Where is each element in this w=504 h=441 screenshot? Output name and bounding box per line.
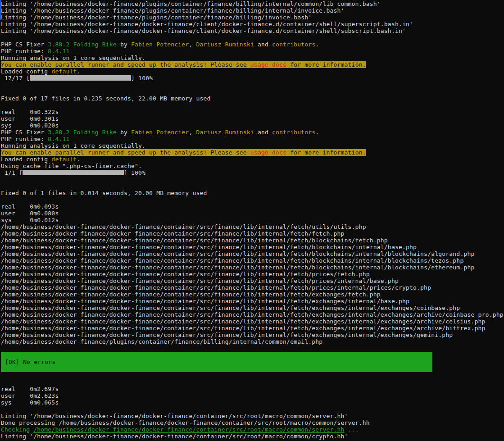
terminal-line: /home/business/docker-finance/docker-fin… bbox=[1, 305, 504, 311]
terminal-line: Running analysis on 1 core sequentially. bbox=[1, 142, 504, 149]
terminal-text-segment: Running analysis on 1 core sequentially. bbox=[1, 55, 145, 61]
terminal-line: user 0m0.301s bbox=[1, 115, 504, 122]
terminal-text-segment: usage docs bbox=[250, 149, 286, 156]
terminal-text-segment: PHP runtime: bbox=[1, 136, 48, 142]
terminal-line: /home/business/docker-finance/docker-fin… bbox=[1, 298, 504, 305]
terminal-blank-line bbox=[1, 406, 504, 413]
terminal-text-segment: . bbox=[315, 129, 319, 136]
terminal-text-segment: /home/business/docker-finance/docker-fin… bbox=[1, 284, 431, 291]
terminal-line: /home/business/docker-finance/docker-fin… bbox=[1, 284, 504, 291]
terminal-line: /home/business/docker-finance/docker-fin… bbox=[1, 230, 504, 237]
terminal-line: /home/business/docker-finance/docker-fin… bbox=[1, 244, 504, 250]
terminal-line: Linting '/home/business/docker-finance/p… bbox=[1, 14, 504, 21]
progress-prefix: 1/1 [ bbox=[1, 169, 23, 176]
terminal-line: Running analysis on 1 core sequentially. bbox=[1, 55, 504, 61]
terminal-text-segment: /home/business/docker-finance/docker-fin… bbox=[1, 291, 381, 298]
ok-banner: [OK] No errors bbox=[1, 352, 432, 372]
terminal-text-segment: 8.4.11 bbox=[48, 48, 69, 55]
terminal-line: /home/business/docker-finance/docker-fin… bbox=[1, 257, 504, 264]
terminal-line: Linting '/home/business/docker-finance/d… bbox=[1, 433, 504, 440]
terminal-text-segment: Linting '/home/business/docker-finance/p… bbox=[1, 0, 381, 7]
terminal-text-segment: Checking bbox=[1, 426, 33, 433]
terminal-text-segment: Dariusz Ruminski bbox=[196, 129, 254, 136]
terminal-text-segment: /home/business/docker-finance/docker-fin… bbox=[1, 332, 453, 338]
terminal-line: /home/business/docker-finance/docker-fin… bbox=[1, 325, 504, 332]
terminal-text-segment: Fixed 0 of 1 files in 0.014 seconds, 20.… bbox=[1, 190, 207, 196]
terminal-text-segment: 3.88.2 Folding Bike bbox=[48, 129, 117, 136]
terminal-text-segment: for more information. bbox=[286, 61, 366, 68]
terminal-line: sys 0m0.065s bbox=[1, 399, 504, 406]
terminal-line: Linting '/home/business/docker-finance/p… bbox=[1, 0, 504, 7]
progress-prefix: 17/17 [ bbox=[1, 75, 30, 82]
terminal-line: real 0m0.093s bbox=[1, 203, 504, 210]
terminal-text-segment: usage docs bbox=[250, 61, 286, 68]
terminal-text-segment: /home/business/docker-finance/docker-fin… bbox=[1, 325, 486, 332]
terminal-line: Linting '/home/business/docker-finance/d… bbox=[1, 21, 504, 27]
warning-line: You can enable parallel runner and speed… bbox=[1, 149, 504, 156]
progress-bar bbox=[23, 170, 124, 175]
terminal-text-segment: , bbox=[189, 129, 196, 136]
terminal-text-segment: default bbox=[51, 156, 77, 163]
terminal-text-segment: real 0m0.093s bbox=[1, 203, 59, 210]
terminal-text-segment: 8.4.11 bbox=[48, 136, 69, 142]
terminal-text-segment: /home/business/docker-finance/docker-fin… bbox=[1, 311, 504, 318]
terminal-line: /home/business/docker-finance/docker-fin… bbox=[1, 277, 504, 284]
terminal-blank-line bbox=[1, 196, 504, 203]
terminal-text-segment: 3.88.2 Folding Bike bbox=[48, 41, 117, 48]
terminal-text-segment: contributors bbox=[272, 41, 315, 48]
terminal-text-segment: PHP runtime: bbox=[1, 48, 48, 55]
terminal-text-segment: /home/business/docker-finance/docker-fin… bbox=[1, 237, 388, 244]
terminal-text-segment: sys 0m0.012s bbox=[1, 217, 59, 223]
terminal-text-segment: You can enable parallel runner and speed… bbox=[1, 149, 250, 156]
terminal-line: /home/business/docker-finance/docker-fin… bbox=[1, 271, 504, 277]
terminal-text-segment: /home/business/docker-finance/docker-fin… bbox=[1, 230, 345, 237]
progress-suffix: ] 100% bbox=[124, 169, 145, 176]
terminal-line: Linting '/home/business/docker-finance/d… bbox=[1, 413, 504, 419]
terminal-text-segment: /home/business/docker-finance/docker-fin… bbox=[1, 318, 486, 325]
progress-line: 17/17 [] 100% bbox=[1, 75, 504, 82]
terminal-text-segment: by bbox=[117, 41, 131, 48]
terminal-line: PHP CS Fixer 3.88.2 Folding Bike by Fabi… bbox=[1, 129, 504, 136]
terminal-blank-line bbox=[1, 102, 504, 109]
terminal-text-segment: and bbox=[254, 41, 272, 48]
terminal-text-segment: Using cache file ".php-cs-fixer.cache". bbox=[1, 163, 142, 169]
terminal-text-segment: /home/business/docker-finance/docker-fin… bbox=[1, 271, 370, 277]
terminal-text-segment: , bbox=[189, 41, 196, 48]
terminal-text-segment: Fixed 0 of 17 files in 0.235 seconds, 22… bbox=[1, 95, 211, 102]
terminal-text-segment: /home/business/docker-finance/docker-fin… bbox=[33, 426, 344, 433]
terminal-text-segment: /home/business/docker-finance/docker-fin… bbox=[1, 223, 366, 230]
terminal-text-segment: . bbox=[77, 156, 81, 163]
terminal-text-segment: /home/business/docker-finance/docker-fin… bbox=[1, 244, 417, 250]
terminal-text-segment: real 0m0.322s bbox=[1, 109, 59, 115]
terminal-text-segment: Linting '/home/business/docker-finance/d… bbox=[1, 433, 348, 440]
terminal-text-segment: Linting '/home/business/docker-finance/d… bbox=[1, 413, 348, 419]
terminal-text-segment: Loaded config bbox=[1, 68, 51, 75]
terminal-line: Fixed 0 of 1 files in 0.014 seconds, 20.… bbox=[1, 190, 504, 196]
terminal-output[interactable]: Linting '/home/business/docker-finance/p… bbox=[0, 0, 504, 441]
terminal-text-segment: Fabien Potencier bbox=[131, 41, 189, 48]
warning-line: You can enable parallel runner and speed… bbox=[1, 61, 504, 68]
terminal-text-segment: default bbox=[51, 68, 77, 75]
terminal-blank-line bbox=[1, 176, 504, 183]
terminal-line: real 0m2.697s bbox=[1, 386, 504, 392]
terminal-line: user 0m0.080s bbox=[1, 210, 504, 217]
terminal-line: /home/business/docker-finance/docker-fin… bbox=[1, 318, 504, 325]
terminal-text-segment: Fabien Potencier bbox=[131, 129, 189, 136]
progress-suffix: ] 100% bbox=[131, 75, 153, 82]
terminal-text-segment: user 0m0.080s bbox=[1, 210, 59, 217]
terminal-text-segment: /home/business/docker-finance/plugins/co… bbox=[1, 338, 322, 345]
terminal-line: Using cache file ".php-cs-fixer.cache". bbox=[1, 163, 504, 169]
checking-line: Checking /home/business/docker-finance/d… bbox=[1, 426, 504, 433]
terminal-line: Loaded config default. bbox=[1, 68, 504, 75]
terminal-line: /home/business/docker-finance/docker-fin… bbox=[1, 250, 504, 257]
terminal-text-segment: real 0m2.697s bbox=[1, 386, 59, 392]
progress-line: 1/1 [] 100% bbox=[1, 169, 504, 176]
terminal-line: Fixed 0 of 17 files in 0.235 seconds, 22… bbox=[1, 95, 504, 102]
terminal-line: /home/business/docker-finance/docker-fin… bbox=[1, 291, 504, 298]
terminal-line: /home/business/docker-finance/plugins/co… bbox=[1, 338, 504, 345]
terminal-line: Linting '/home/business/docker-finance/p… bbox=[1, 7, 504, 14]
terminal-line: /home/business/docker-finance/docker-fin… bbox=[1, 237, 504, 244]
terminal-text-segment: /home/business/docker-finance/docker-fin… bbox=[1, 277, 399, 284]
terminal-text-segment: /home/business/docker-finance/docker-fin… bbox=[1, 250, 475, 257]
terminal-text-segment: /home/business/docker-finance/docker-fin… bbox=[1, 298, 409, 305]
